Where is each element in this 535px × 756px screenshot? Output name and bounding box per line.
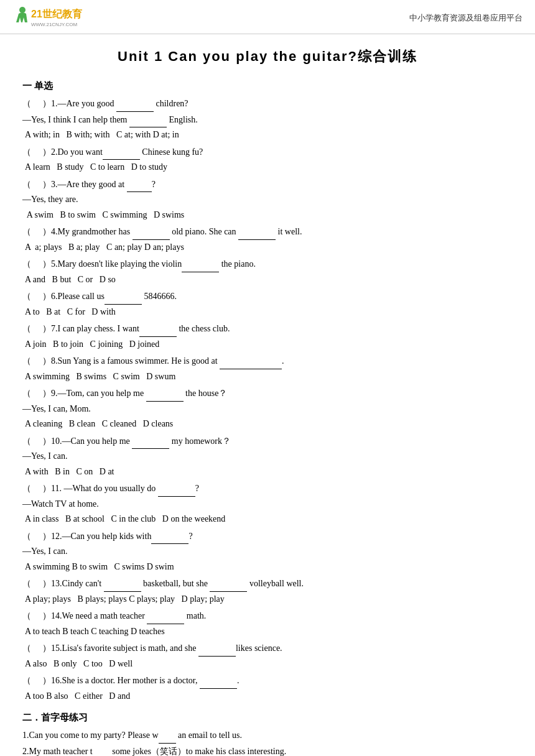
- q6-line1: （ ）6.Please call us 5846666.: [22, 288, 513, 305]
- q12-line1: （ ）12.—Can you help kids with ?: [22, 528, 513, 545]
- q8-options: A swimming B swims C swim D swum: [22, 369, 513, 385]
- q14-blank1: [147, 608, 184, 624]
- q5-paren: [31, 257, 42, 272]
- question-10: （ ）10.—Can you help me my homework？ —Yes…: [22, 433, 513, 480]
- fill-q1: 1.Can you come to my party? Please w an …: [22, 727, 513, 744]
- header: 21世纪教育 WWW.21CNJY.COM 中小学教育资源及组卷应用平台: [0, 0, 535, 34]
- q10-blank1: [132, 433, 169, 449]
- q10-line2: —Yes, I can.: [22, 449, 513, 464]
- q16-blank1: [200, 673, 237, 689]
- q7-line1: （ ）7.I can play chess. I want the chess …: [22, 321, 513, 337]
- q11-options: A in class B at school C in the club D o…: [22, 512, 513, 527]
- q11-paren: [31, 481, 42, 497]
- q6-paren: [31, 289, 42, 305]
- q12-paren: [31, 529, 42, 545]
- q15-paren: [31, 641, 42, 657]
- question-9: （ ）9.—Tom, can you help me the house？ —Y…: [22, 385, 513, 432]
- q14-line1: （ ）14.We need a math teacher math.: [22, 608, 513, 624]
- q15-line1: （ ）15.Lisa's favorite subject is math, a…: [22, 640, 513, 657]
- title-area: Unit 1 Can you play the guitar?综合训练: [0, 34, 535, 72]
- svg-text:21世纪教育: 21世纪教育: [31, 8, 83, 19]
- q13-paren: [31, 576, 42, 592]
- q13-blank1: [104, 576, 141, 592]
- q14-options: A to teach B teach C teaching D teaches: [22, 624, 513, 640]
- q16-paren: [31, 673, 42, 689]
- section2: 二．首字母练习 1.Can you come to my party? Plea…: [22, 710, 513, 756]
- site-name: 中小学教育资源及组卷应用平台: [409, 12, 523, 25]
- q8-paren: [31, 354, 42, 369]
- q5-blank1: [182, 256, 219, 272]
- question-2: （ ）2.Do you want Chinese kung fu? A lear…: [22, 144, 513, 175]
- q1-paren: [31, 96, 42, 112]
- q12-options: A swimming B to swim C swims D swim: [22, 560, 513, 575]
- q1-options: A with; in B with; with C at; with D at;…: [22, 127, 513, 143]
- svg-point-0: [19, 7, 26, 13]
- q5-line1: （ ）5.Mary doesn't like playing the violi…: [22, 256, 513, 272]
- q4-paren: [31, 224, 42, 240]
- fill-q2-blank: [93, 744, 110, 756]
- q2-options: A learn B study C to learn D to study: [22, 160, 513, 175]
- q3-options: A swim B to swim C swimming D swims: [22, 208, 513, 223]
- q10-paren: [31, 434, 42, 449]
- q10-options: A with B in C on D at: [22, 464, 513, 480]
- q2-paren: [31, 145, 42, 160]
- question-15: （ ）15.Lisa's favorite subject is math, a…: [22, 640, 513, 671]
- q6-blank1: [105, 288, 142, 305]
- question-1: （ ）1.—Are you good children? —Yes, I thi…: [22, 96, 513, 143]
- q13-options: A play; plays B plays; plays C plays; pl…: [22, 592, 513, 607]
- question-13: （ ）13.Cindy can't basketball, but she vo…: [22, 576, 513, 607]
- q4-line1: （ ）4.My grandmother has old piano. She c…: [22, 224, 513, 240]
- q1-blank1: [116, 96, 154, 112]
- q15-blank1: [198, 640, 236, 657]
- q7-options: A join B to join C joining D joined: [22, 337, 513, 353]
- q7-blank1: [139, 321, 177, 337]
- q3-blank1: [127, 177, 152, 193]
- content: 一 单选 （ ）1.—Are you good children? —Yes, …: [0, 72, 535, 756]
- q1-line1: （ ）1.—Are you good children?: [22, 96, 513, 112]
- q1-line2: —Yes, I think I can help them English.: [22, 112, 513, 128]
- q6-options: A to B at C for D with: [22, 305, 513, 320]
- question-8: （ ）8.Sun Yang is a famous swimmer. He is…: [22, 353, 513, 384]
- q12-blank1: [151, 528, 188, 545]
- question-12: （ ）12.—Can you help kids with ? —Yes, I …: [22, 528, 513, 575]
- q15-options: A also B only C too D well: [22, 657, 513, 672]
- q4-blank1: [133, 224, 170, 240]
- q10-line1: （ ）10.—Can you help me my homework？: [22, 433, 513, 449]
- svg-text:WWW.21CNJY.COM: WWW.21CNJY.COM: [31, 22, 77, 27]
- page-wrapper: 21世纪教育 WWW.21CNJY.COM 中小学教育资源及组卷应用平台 Uni…: [0, 0, 535, 756]
- q11-blank1: [158, 481, 195, 497]
- q14-paren: [31, 609, 42, 624]
- q12-line2: —Yes, I can.: [22, 544, 513, 560]
- q2-line1: （ ）2.Do you want Chinese kung fu?: [22, 144, 513, 160]
- q4-options: A a; plays B a; play C an; play D an; pl…: [22, 240, 513, 256]
- section1-title: 一 单选: [22, 78, 513, 93]
- question-5: （ ）5.Mary doesn't like playing the violi…: [22, 256, 513, 287]
- q9-paren: [31, 386, 42, 402]
- question-6: （ ）6.Please call us 5846666. A to B at C…: [22, 288, 513, 320]
- question-14: （ ）14.We need a math teacher math. A to …: [22, 608, 513, 639]
- q9-line1: （ ）9.—Tom, can you help me the house？: [22, 385, 513, 402]
- logo-area: 21世纪教育 WWW.21CNJY.COM: [12, 5, 93, 31]
- q8-blank1: [220, 353, 282, 369]
- question-11: （ ）11. —What do you usually do ? —Watch …: [22, 481, 513, 527]
- fill-q1-blank: [159, 727, 176, 744]
- q5-options: A and B but C or D so: [22, 272, 513, 288]
- q11-line1: （ ）11. —What do you usually do ?: [22, 481, 513, 497]
- q2-blank1: [103, 144, 140, 160]
- q9-options: A cleaning B clean C cleaned D cleans: [22, 417, 513, 432]
- q3-line2: —Yes, they are.: [22, 192, 513, 208]
- q16-line1: （ ）16.She is a doctor. Her mother is a d…: [22, 673, 513, 689]
- q13-blank2: [210, 576, 247, 592]
- q13-line1: （ ）13.Cindy can't basketball, but she vo…: [22, 576, 513, 592]
- question-4: （ ）4.My grandmother has old piano. She c…: [22, 224, 513, 255]
- question-7: （ ）7.I can play chess. I want the chess …: [22, 321, 513, 352]
- q9-line2: —Yes, I can, Mom.: [22, 402, 513, 417]
- q4-blank2: [238, 224, 276, 240]
- q3-line1: （ ）3.—Are they good at ?: [22, 177, 513, 193]
- question-16: （ ）16.She is a doctor. Her mother is a d…: [22, 673, 513, 704]
- q1-blank2: [129, 112, 167, 128]
- fill-q2: 2.My math teacher t some jokes（笑话）to mak…: [22, 744, 513, 756]
- q16-options: A too B also C either D and: [22, 689, 513, 704]
- question-3: （ ）3.—Are they good at ? —Yes, they are.…: [22, 177, 513, 223]
- q7-paren: [31, 321, 42, 337]
